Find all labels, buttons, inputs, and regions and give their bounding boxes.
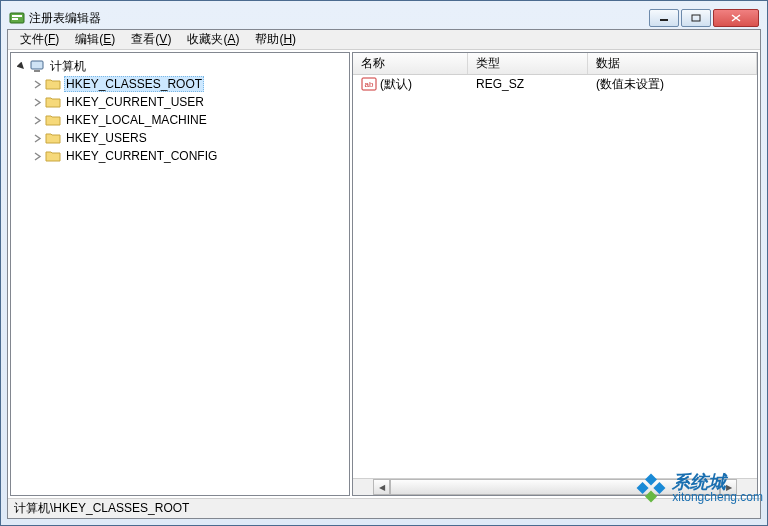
svg-rect-2 [12, 18, 18, 20]
tree-node-computer[interactable]: 计算机 [13, 57, 347, 75]
folder-icon [45, 130, 61, 146]
tree-node-hive[interactable]: HKEY_CLASSES_ROOT [13, 75, 347, 93]
list-header: 名称 类型 数据 [353, 53, 757, 75]
cell-name: ab(默认) [353, 76, 468, 93]
column-header-type[interactable]: 类型 [468, 53, 588, 74]
tree-node-hive[interactable]: HKEY_USERS [13, 129, 347, 147]
column-header-name[interactable]: 名称 [353, 53, 468, 74]
menu-view[interactable]: 查看(V) [123, 30, 179, 49]
scroll-right-button[interactable]: ▶ [720, 479, 737, 495]
app-icon [9, 10, 25, 26]
list-body[interactable]: ab(默认)REG_SZ(数值未设置) [353, 75, 757, 478]
maximize-button[interactable] [681, 9, 711, 27]
expand-icon[interactable] [31, 114, 43, 126]
close-button[interactable] [713, 9, 759, 27]
computer-icon [29, 58, 45, 74]
svg-rect-1 [12, 15, 22, 17]
folder-icon [45, 94, 61, 110]
tree-node-hive[interactable]: HKEY_CURRENT_CONFIG [13, 147, 347, 165]
tree-node-hive[interactable]: HKEY_CURRENT_USER [13, 93, 347, 111]
client-area: 文件(F) 编辑(E) 查看(V) 收藏夹(A) 帮助(H) 计算机 HKEY_… [7, 29, 761, 519]
window-frame: 注册表编辑器 文件(F) 编辑(E) 查看(V) 收藏夹(A) 帮助(H) 计算… [0, 0, 768, 526]
tree-node-label: HKEY_CURRENT_USER [64, 95, 206, 109]
tree-root: 计算机 HKEY_CLASSES_ROOTHKEY_CURRENT_USERHK… [13, 57, 347, 165]
cell-data: (数值未设置) [588, 76, 757, 93]
menu-edit[interactable]: 编辑(E) [67, 30, 123, 49]
list-pane: 名称 类型 数据 ab(默认)REG_SZ(数值未设置) ◀ ▶ [352, 52, 758, 496]
folder-icon [45, 76, 61, 92]
window-controls [649, 9, 759, 27]
statusbar: 计算机\HKEY_CLASSES_ROOT [8, 498, 760, 518]
expand-icon[interactable] [31, 96, 43, 108]
status-path: 计算机\HKEY_CLASSES_ROOT [14, 500, 189, 517]
svg-rect-8 [34, 70, 40, 72]
content-split: 计算机 HKEY_CLASSES_ROOTHKEY_CURRENT_USERHK… [8, 50, 760, 498]
tree-node-hive[interactable]: HKEY_LOCAL_MACHINE [13, 111, 347, 129]
menu-favorites[interactable]: 收藏夹(A) [179, 30, 247, 49]
window-title: 注册表编辑器 [29, 10, 649, 27]
tree-node-label: 计算机 [48, 58, 88, 75]
tree-node-label: HKEY_CLASSES_ROOT [64, 76, 204, 92]
minimize-button[interactable] [649, 9, 679, 27]
expand-icon[interactable] [31, 78, 43, 90]
folder-icon [45, 112, 61, 128]
menubar: 文件(F) 编辑(E) 查看(V) 收藏夹(A) 帮助(H) [8, 30, 760, 50]
scroll-thumb[interactable] [390, 479, 720, 495]
tree-node-label: HKEY_LOCAL_MACHINE [64, 113, 209, 127]
horizontal-scrollbar[interactable]: ◀ ▶ [353, 478, 757, 495]
menu-file[interactable]: 文件(F) [12, 30, 67, 49]
collapse-icon[interactable] [15, 60, 27, 72]
svg-rect-7 [31, 61, 43, 69]
menu-help[interactable]: 帮助(H) [247, 30, 304, 49]
tree-node-label: HKEY_CURRENT_CONFIG [64, 149, 219, 163]
folder-icon [45, 148, 61, 164]
tree-node-label: HKEY_USERS [64, 131, 149, 145]
list-row[interactable]: ab(默认)REG_SZ(数值未设置) [353, 75, 757, 93]
expand-icon[interactable] [31, 150, 43, 162]
string-value-icon: ab [361, 76, 377, 92]
svg-text:ab: ab [365, 80, 374, 89]
expand-icon[interactable] [31, 132, 43, 144]
column-header-data[interactable]: 数据 [588, 53, 757, 74]
titlebar[interactable]: 注册表编辑器 [7, 7, 761, 29]
scroll-left-button[interactable]: ◀ [373, 479, 390, 495]
tree-pane[interactable]: 计算机 HKEY_CLASSES_ROOTHKEY_CURRENT_USERHK… [10, 52, 350, 496]
svg-rect-4 [692, 15, 700, 21]
cell-type: REG_SZ [468, 77, 588, 91]
